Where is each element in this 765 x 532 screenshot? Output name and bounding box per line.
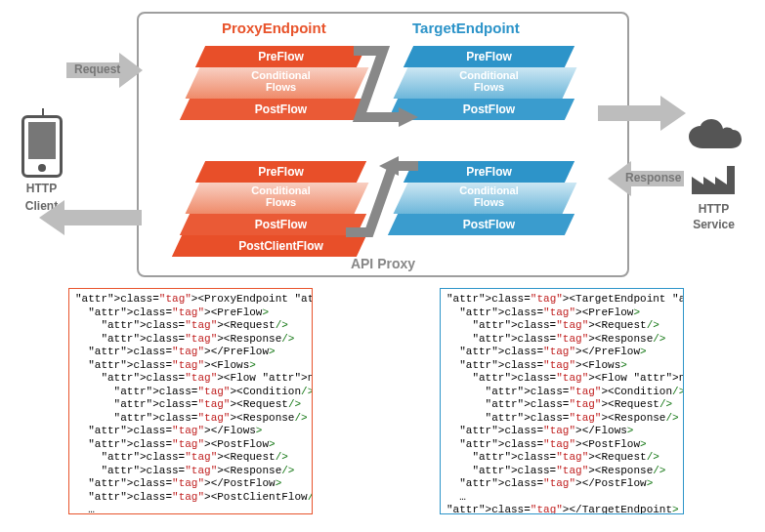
response-arrow-out	[39, 200, 142, 235]
flow-label: PreFlow	[408, 161, 570, 181]
flow-label: Flows	[266, 196, 296, 208]
service-label-2: Service	[672, 218, 755, 231]
flow-label: Conditional	[251, 184, 311, 196]
flow-label: PostFlow	[200, 214, 361, 233]
proxy-request-stack: PreFlow Conditional Flows PostFlow	[200, 46, 361, 120]
flow-label: PreFlow	[200, 46, 361, 65]
flow-label: Flows	[474, 196, 504, 208]
target-response-stack: PreFlow Conditional Flows PostFlow	[408, 161, 570, 235]
response-label: Response	[625, 171, 681, 184]
http-client: HTTP Client	[15, 115, 68, 213]
target-endpoint-title: TargetEndpoint	[412, 20, 520, 36]
target-request-stack: PreFlow Conditional Flows PostFlow	[408, 46, 570, 120]
flow-label: PreFlow	[408, 46, 570, 65]
flow-label: PostFlow	[408, 99, 570, 118]
proxy-endpoint-title: ProxyEndpoint	[222, 20, 326, 36]
flow-label: PostClientFlow	[200, 235, 361, 255]
client-label-1: HTTP	[15, 182, 68, 195]
cloud-icon	[685, 119, 744, 158]
request-arrow-out	[598, 96, 686, 131]
factory-icon	[690, 162, 739, 196]
diagram-canvas: ProxyEndpoint TargetEndpoint API Proxy H…	[10, 10, 755, 522]
flow-label: PostFlow	[200, 99, 361, 118]
flow-label: Conditional	[251, 69, 311, 81]
service-label-1: HTTP	[672, 202, 755, 216]
target-endpoint-xml: "attr">class="tag"><TargetEndpoint "attr…	[440, 288, 684, 514]
http-service: HTTP Service	[672, 119, 755, 231]
api-proxy-label: API Proxy	[139, 256, 627, 271]
flow-label: Conditional	[459, 69, 519, 81]
flow-label: PreFlow	[200, 161, 361, 181]
flow-label: Flows	[266, 81, 296, 93]
phone-icon	[21, 115, 63, 178]
proxy-response-stack: PreFlow Conditional Flows PostFlow PostC…	[200, 161, 361, 257]
proxy-endpoint-xml: "attr">class="tag"><ProxyEndpoint "attr"…	[68, 288, 313, 514]
flow-label: Conditional	[459, 184, 519, 196]
request-label: Request	[74, 62, 120, 76]
flow-label: PostFlow	[408, 214, 570, 233]
flow-label: Flows	[474, 81, 504, 93]
